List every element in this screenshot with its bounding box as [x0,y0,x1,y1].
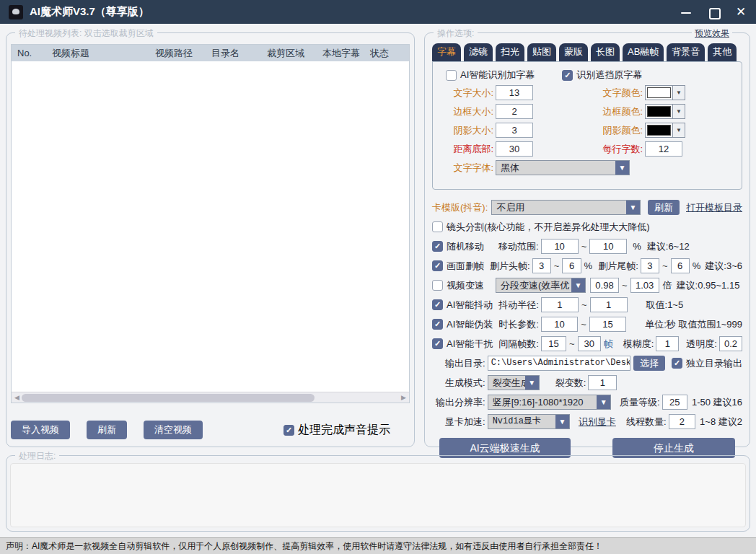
speed-to-input[interactable]: 1.03 [630,278,659,293]
speed-from-input[interactable]: 0.98 [590,278,619,293]
ai-disguise-label: AI智能伪装 [447,318,493,331]
gpu-label: 显卡加速: [445,416,485,428]
tail-frames-from-input[interactable]: 3 [641,258,659,273]
quality-input[interactable]: 25 [662,395,687,410]
chevron-down-icon: ▼ [672,123,685,137]
standalone-output-checkbox[interactable] [672,358,682,369]
duration-param-label: 时长参数: [498,318,539,331]
resolution-dropdown[interactable]: 竖屏[9:16]-1080*1920▼ [488,395,611,410]
standalone-output-label: 独立目录输出 [686,357,742,370]
ai-disguise-checkbox[interactable] [432,319,443,330]
font-family-dropdown[interactable]: 黑体▼ [496,160,630,175]
move-range-from-input[interactable]: 10 [541,239,579,254]
tab-滤镜[interactable]: 滤镜 [464,43,493,61]
font-size-input[interactable]: 13 [496,85,533,100]
ai-jitter-checkbox[interactable] [432,299,443,310]
tab-字幕[interactable]: 字幕 [432,43,461,61]
duration-to-input[interactable]: 15 [589,317,626,332]
interval-unit: 帧 [604,338,613,351]
clear-videos-button[interactable]: 清空视频 [144,421,203,439]
preview-effect-link[interactable]: 预览效果 [692,27,732,40]
video-table-body[interactable] [12,61,409,392]
horizontal-scrollbar[interactable]: ◀ ▶ [12,392,409,403]
tilde: ~ [581,241,587,252]
duration-from-input[interactable]: 10 [541,317,578,332]
gen-mode-dropdown[interactable]: 裂变生成▼ [488,375,540,390]
border-color-dropdown[interactable]: ▼ [645,104,685,119]
ai-interfere-label: AI智能干扰 [447,338,493,351]
close-icon[interactable]: ✕ [734,6,747,19]
window-title: AI魔术师V3.7（尊享版） [30,5,149,19]
column-header: No. [12,48,46,58]
threads-input[interactable]: 2 [669,414,696,429]
choose-dir-button[interactable]: 选择 [633,356,665,371]
chars-per-line-input[interactable]: 12 [645,141,682,157]
refresh-list-button[interactable]: 刷新 [87,421,127,439]
sound-alert-label: 处理完成声音提示 [298,423,390,438]
speed-mode-dropdown[interactable]: 分段变速(效率优▼ [496,278,586,293]
speed-change-checkbox[interactable] [432,280,443,291]
scrollbar-thumb[interactable] [22,394,315,402]
speed-change-label: 视频变速 [447,279,484,292]
open-template-dir-link[interactable]: 打开模板目录 [686,201,742,214]
video-list-toolbar: 导入视频 刷新 清空视频 处理完成声音提示 [11,421,410,439]
output-dir-input[interactable]: C:\Users\Administrator\Desktop [488,356,630,371]
detect-gpu-link[interactable]: 识别显卡 [579,416,616,428]
scroll-left-icon[interactable]: ◀ [12,393,22,403]
random-move-checkbox[interactable] [432,241,443,252]
tab-长图[interactable]: 长图 [591,43,620,61]
template-dropdown[interactable]: 不启用▼ [491,200,641,215]
move-range-to-input[interactable]: 10 [589,239,627,254]
jitter-to-input[interactable]: 1 [590,297,628,312]
mask-original-checkbox[interactable] [562,70,573,81]
lens-split-checkbox[interactable] [432,221,443,232]
shadow-size-input[interactable]: 3 [496,123,533,138]
log-output[interactable] [10,463,746,527]
tilde: ~ [569,338,575,349]
interval-to-input[interactable]: 30 [578,336,601,351]
scroll-right-icon[interactable]: ▶ [399,393,408,403]
font-color-dropdown[interactable]: ▼ [645,85,685,100]
shadow-color-dropdown[interactable]: ▼ [645,123,685,138]
tab-背景音[interactable]: 背景音 [667,43,705,61]
border-size-input[interactable]: 2 [496,104,533,119]
font-size-label: 文字大小: [436,87,493,100]
video-list-group-title: 待处理视频列表: 双击选取裁剪区域 [15,27,157,40]
statement-bar: 声明：AI魔术师是一款视频全自动剪辑软件，仅用于个人原创视频制作、提高剪辑效率，… [0,537,756,554]
tab-AB融帧[interactable]: AB融帧 [623,43,664,61]
tail-frames-to-input[interactable]: 6 [671,258,690,273]
head-frames-label: 删片头帧: [490,260,530,273]
frame-delete-checkbox[interactable] [432,260,443,271]
shadow-color-label: 阴影颜色: [588,124,643,137]
maximize-icon[interactable] [707,6,720,19]
border-size-label: 边框大小: [436,105,493,118]
import-videos-button[interactable]: 导入视频 [11,421,70,439]
head-frames-from-input[interactable]: 3 [532,258,551,273]
jitter-radius-label: 抖动半径: [498,299,539,312]
chevron-down-icon: ▼ [571,278,585,292]
tab-扫光[interactable]: 扫光 [496,43,524,61]
head-frames-to-input[interactable]: 6 [562,258,581,273]
jitter-from-input[interactable]: 1 [541,297,579,312]
template-refresh-button[interactable]: 刷新 [648,200,680,215]
tab-蒙版[interactable]: 蒙版 [559,43,588,61]
interval-from-input[interactable]: 15 [541,336,566,351]
blur-input[interactable]: 1 [656,336,679,351]
threads-label: 线程数量: [626,416,667,428]
opacity-input[interactable]: 0.2 [719,336,742,351]
tilde: ~ [622,280,628,291]
ai-subtitle-checkbox[interactable] [446,70,457,81]
split-count-input[interactable]: 1 [588,375,617,390]
window-controls: ✕ [680,6,747,19]
head-frames-unit: % [584,260,593,271]
ai-interfere-checkbox[interactable] [432,338,443,349]
minimize-icon[interactable] [680,6,693,19]
move-range-hint: 建议:6~12 [647,240,690,253]
gpu-dropdown[interactable]: Nvidia显卡▼ [488,414,570,429]
tab-其他[interactable]: 其他 [708,43,737,61]
tab-贴图[interactable]: 贴图 [527,43,556,61]
chevron-down-icon: ▼ [626,201,640,214]
bottom-distance-input[interactable]: 30 [496,141,533,157]
sound-alert-checkbox[interactable] [284,425,294,436]
gen-mode-label: 生成模式: [445,377,485,390]
